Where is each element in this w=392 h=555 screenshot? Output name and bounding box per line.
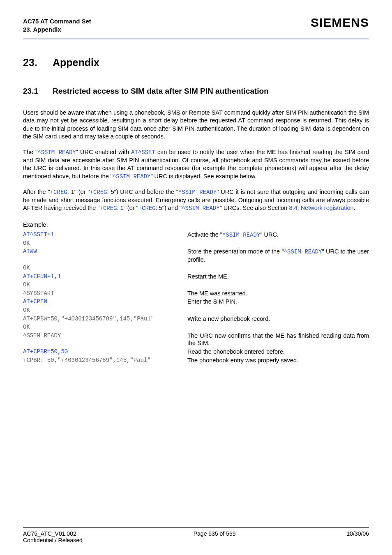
page-header: AC75 AT Command Set 23. Appendix SIEMENS bbox=[23, 17, 369, 34]
example-description bbox=[187, 281, 369, 289]
example-command: AT+CPIN bbox=[23, 297, 187, 306]
link-ssim-ready-3[interactable]: ^SSIM READY bbox=[178, 189, 217, 196]
section-number: 23.1 bbox=[23, 87, 53, 96]
example-description: Write a new phonebook record. bbox=[187, 315, 369, 323]
page-footer: AC75_ATC_V01.002 Confidential / Released… bbox=[23, 527, 369, 555]
example-description: Activate the "^SSIM READY" URC. bbox=[187, 230, 369, 239]
example-description: Restart the ME. bbox=[187, 272, 369, 281]
doc-title: AC75 AT Command Set bbox=[23, 17, 91, 25]
table-row: OK bbox=[23, 239, 369, 247]
example-command: AT+CFUN=1,1 bbox=[23, 272, 187, 281]
table-row: AT+CPBW=50,"+4030123456789",145,"Paul"Wr… bbox=[23, 315, 369, 323]
link-ssim-ready-4[interactable]: ^SSIM READY bbox=[182, 205, 219, 212]
table-row: AT+CPINEnter the SIM PIN. bbox=[23, 297, 369, 306]
example-command: AT^SSET=1 bbox=[23, 230, 187, 239]
paragraph-1: Users should be aware that when using a … bbox=[23, 109, 369, 141]
example-command: +CPBR: 50,"+4030123456789",145,"Paul" bbox=[23, 356, 187, 365]
doc-subtitle: 23. Appendix bbox=[23, 25, 91, 34]
link-at-sset[interactable]: AT^SSET bbox=[131, 149, 155, 156]
link-creg-4[interactable]: +CREG bbox=[138, 205, 156, 212]
example-command: OK bbox=[23, 264, 187, 272]
link-inline[interactable]: ^SSIM READY bbox=[222, 232, 260, 238]
link-creg-2[interactable]: +CREG bbox=[90, 189, 107, 196]
header-divider bbox=[23, 38, 369, 39]
link-inline[interactable]: ^SSIM READY bbox=[284, 249, 322, 255]
example-command: OK bbox=[23, 281, 187, 289]
link-ssim-ready-2[interactable]: ^SSIM READY bbox=[113, 173, 150, 180]
footer-confidential: Confidential / Released bbox=[23, 537, 83, 543]
table-row: OK bbox=[23, 264, 369, 272]
link-ssim-ready[interactable]: ^SSIM READY bbox=[37, 149, 76, 156]
table-row: AT&WStore the presentation mode of the "… bbox=[23, 247, 369, 264]
table-row: OK bbox=[23, 323, 369, 331]
table-row: AT+CPBR=50,50Read the phonebook entered … bbox=[23, 348, 369, 356]
footer-doc-id: AC75_ATC_V01.002 bbox=[23, 530, 83, 537]
table-row: OK bbox=[23, 306, 369, 314]
example-description: Store the presentation mode of the "^SSI… bbox=[187, 247, 369, 264]
section-heading: 23.1Restricted access to SIM data after … bbox=[23, 87, 369, 96]
section-title: Restricted access to SIM data after SIM … bbox=[53, 87, 269, 95]
example-label: Example: bbox=[23, 221, 369, 228]
example-description bbox=[187, 264, 369, 272]
brand-logo: SIEMENS bbox=[311, 16, 369, 30]
example-description: The phonebook entry was properly saved. bbox=[187, 356, 369, 365]
example-command: OK bbox=[23, 306, 187, 314]
example-command: ^SSIM READY bbox=[23, 332, 187, 348]
table-row: ^SSIM READYThe URC now confirms that the… bbox=[23, 332, 369, 348]
table-row: +CPBR: 50,"+4030123456789",145,"Paul"The… bbox=[23, 356, 369, 365]
example-command: OK bbox=[23, 323, 187, 331]
link-section-8-4[interactable]: 8.4 bbox=[289, 205, 297, 211]
link-creg-3[interactable]: +CREG bbox=[99, 205, 117, 212]
paragraph-3: After the "+CREG: 1" (or "+CREG: 5") URC… bbox=[23, 188, 369, 212]
link-creg-1[interactable]: +CREG bbox=[50, 189, 67, 196]
footer-date: 10/30/06 bbox=[347, 530, 369, 543]
example-description: The URC now confirms that the ME has fin… bbox=[187, 332, 369, 348]
chapter-heading: 23.Appendix bbox=[23, 57, 369, 69]
chapter-number: 23. bbox=[23, 57, 53, 69]
example-description: Read the phonebook entered before. bbox=[187, 348, 369, 356]
footer-page-number: Page 535 of 569 bbox=[194, 530, 236, 543]
example-command: OK bbox=[23, 239, 187, 247]
example-description bbox=[187, 323, 369, 331]
table-row: AT+CFUN=1,1Restart the ME. bbox=[23, 272, 369, 281]
table-row: OK bbox=[23, 281, 369, 289]
example-description bbox=[187, 306, 369, 314]
example-table: AT^SSET=1Activate the "^SSIM READY" URC.… bbox=[23, 230, 369, 365]
example-command: AT+CPBR=50,50 bbox=[23, 348, 187, 356]
example-command: ^SYSSTART bbox=[23, 289, 187, 298]
paragraph-2: The "^SSIM READY" URC enabled with AT^SS… bbox=[23, 148, 369, 181]
link-network-registration[interactable]: Network registration bbox=[301, 205, 354, 211]
example-description: The ME was restarted. bbox=[187, 289, 369, 298]
table-row: ^SYSSTARTThe ME was restarted. bbox=[23, 289, 369, 298]
chapter-title: Appendix bbox=[53, 57, 99, 68]
example-description: Enter the SIM PIN. bbox=[187, 297, 369, 306]
table-row: AT^SSET=1Activate the "^SSIM READY" URC. bbox=[23, 230, 369, 239]
example-command: AT+CPBW=50,"+4030123456789",145,"Paul" bbox=[23, 315, 187, 323]
example-description bbox=[187, 239, 369, 247]
example-command: AT&W bbox=[23, 247, 187, 264]
